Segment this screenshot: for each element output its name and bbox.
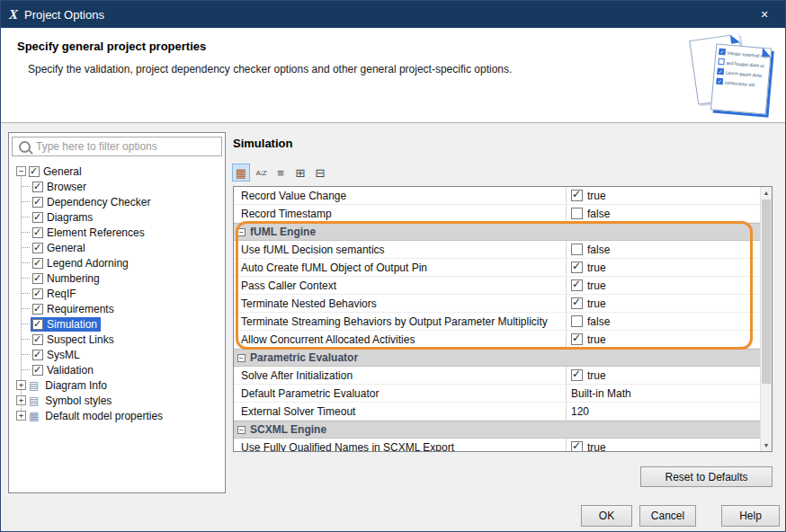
filter-search-box[interactable] — [12, 137, 222, 156]
property-value-cell[interactable]: ✓true — [567, 295, 760, 312]
tree-item-diagrams[interactable]: ✓Diagrams — [11, 209, 223, 225]
checkbox-unchecked[interactable] — [571, 315, 583, 327]
tree-item-legend-adorning[interactable]: ✓Legend Adorning — [11, 255, 223, 270]
property-value-cell[interactable]: ✓true — [567, 439, 760, 451]
help-button[interactable]: Help — [721, 505, 780, 527]
property-row-record-value-change[interactable]: Record Value Change✓true — [234, 187, 760, 205]
property-value-cell[interactable]: false — [567, 205, 760, 222]
property-row-use-fully-qualified-names-in-scxml-export[interactable]: Use Fully Qualified Names in SCXML Expor… — [234, 439, 760, 451]
property-row-external-solver-timeout[interactable]: External Solver Timeout120 — [234, 403, 760, 421]
property-row-auto-create-fuml-object-of-output-pin[interactable]: Auto Create fUML Object of Output Pin✓tr… — [234, 259, 760, 277]
scroll-up-icon[interactable]: ▲ — [761, 187, 772, 199]
tree-item-diagram-info[interactable]: +▤Diagram Info — [11, 377, 223, 393]
tree-item-element-references[interactable]: ✓Element References — [11, 225, 223, 240]
tree-item-numbering[interactable]: ✓Numbering — [11, 270, 223, 286]
property-row-default-parametric-evaluator[interactable]: Default Parametric EvaluatorBuilt-in Mat… — [234, 385, 760, 403]
tree-connector — [22, 217, 30, 217]
tree-item-default-model-properties[interactable]: +▦Default model properties — [11, 408, 223, 423]
property-value-cell[interactable]: ✓true — [567, 277, 760, 294]
expand-toggle-icon[interactable]: + — [16, 395, 26, 405]
tree-item-symbol-styles[interactable]: +▤Symbol styles — [11, 393, 223, 408]
property-value-cell[interactable]: 120 — [567, 403, 760, 420]
property-row-record-timestamp[interactable]: Record Timestampfalse — [234, 205, 760, 223]
checkbox-checked[interactable]: ✓ — [32, 197, 43, 208]
checkbox-checked[interactable]: ✓ — [32, 334, 43, 345]
tree-item-browser[interactable]: ✓Browser — [11, 179, 223, 194]
property-row-allow-concurrent-allocated-activities[interactable]: Allow Concurrent Allocated Activities✓tr… — [234, 331, 760, 349]
checkbox-checked[interactable]: ✓ — [32, 304, 43, 315]
checkbox-checked[interactable]: ✓ — [571, 279, 583, 291]
checkbox-checked[interactable]: ✓ — [32, 273, 43, 284]
tree-item-content: ✓Element References — [31, 226, 148, 240]
check-mark-icon: ✓ — [33, 349, 41, 359]
checkbox-checked[interactable]: ✓ — [571, 297, 583, 309]
checkbox-checked[interactable]: ✓ — [571, 190, 583, 201]
property-row-terminate-streaming-behaviors-by-output-parameter-multiplicity[interactable]: Terminate Streaming Behaviors by Output … — [234, 313, 760, 331]
categorized-view-icon[interactable]: ▦ — [232, 164, 250, 182]
property-value-cell[interactable]: ✓true — [567, 367, 760, 384]
show-description-icon[interactable]: ≡ — [272, 164, 290, 182]
sort-alphabetically-icon[interactable]: A↓Z — [252, 164, 270, 182]
property-value-cell[interactable]: ✓true — [567, 331, 760, 348]
checkbox-checked[interactable]: ✓ — [571, 262, 583, 273]
group-row-fuml-engine[interactable]: −fUML Engine — [234, 223, 760, 241]
ok-button[interactable]: OK — [581, 505, 632, 527]
tree-item-requirements[interactable]: ✓Requirements — [11, 301, 223, 316]
checkbox-checked[interactable]: ✓ — [571, 333, 583, 345]
selected-tree-item: ✓Simulation — [31, 317, 101, 332]
checkbox-checked[interactable]: ✓ — [32, 319, 43, 330]
page-title: Simulation — [233, 137, 292, 150]
property-value-cell[interactable]: ✓true — [567, 187, 760, 204]
scroll-down-icon[interactable]: ▼ — [761, 439, 772, 451]
property-row-pass-caller-context[interactable]: Pass Caller Context✓true — [234, 277, 760, 295]
checkbox-unchecked[interactable] — [571, 208, 583, 219]
expand-toggle-icon[interactable]: + — [16, 380, 26, 390]
search-input[interactable] — [36, 140, 221, 153]
tree-item-dependency-checker[interactable]: ✓Dependency Checker — [11, 194, 223, 209]
collapse-toggle-icon[interactable]: − — [16, 166, 26, 176]
close-icon[interactable]: ✕ — [744, 1, 785, 28]
tree-item-general[interactable]: ✓General — [11, 240, 223, 255]
collapse-toggle-icon[interactable]: − — [237, 426, 246, 434]
checkbox-checked[interactable]: ✓ — [32, 212, 43, 223]
checkbox-checked[interactable]: ✓ — [32, 243, 43, 253]
page-fold-corner — [730, 33, 740, 43]
property-row-use-fuml-decision-semantics[interactable]: Use fUML Decision semanticsfalse — [234, 241, 760, 259]
collapse-toggle-icon[interactable]: − — [237, 228, 246, 236]
property-name: Allow Concurrent Allocated Activities — [234, 331, 567, 348]
checkbox-checked[interactable]: ✓ — [29, 166, 40, 177]
checkbox-checked[interactable]: ✓ — [32, 288, 43, 299]
checkbox-checked[interactable]: ✓ — [571, 369, 583, 381]
checkbox-checked[interactable]: ✓ — [32, 227, 43, 238]
checkbox-unchecked[interactable] — [571, 244, 583, 255]
tree-item-suspect-links[interactable]: ✓Suspect Links — [11, 332, 223, 347]
reset-to-defaults-button[interactable]: Reset to Defaults — [640, 466, 773, 487]
window-titlebar[interactable]: X Project Options ✕ — [1, 1, 785, 28]
collapse-all-icon[interactable]: ⊟ — [311, 164, 329, 182]
checkbox-checked[interactable]: ✓ — [571, 441, 583, 451]
checklist-row: ✓Lorem ipsum dolor — [717, 68, 765, 79]
checkbox-checked[interactable]: ✓ — [32, 365, 43, 376]
checkbox-checked[interactable]: ✓ — [32, 258, 43, 269]
vertical-scrollbar[interactable]: ▲ ▼ — [760, 187, 772, 451]
tree-item-reqif[interactable]: ✓ReqIF — [11, 286, 223, 301]
group-row-parametric-evaluator[interactable]: −Parametric Evaluator — [234, 349, 760, 367]
property-value-cell[interactable]: Built-in Math — [567, 385, 760, 402]
expand-toggle-icon[interactable]: + — [16, 411, 26, 421]
group-row-scxml-engine[interactable]: −SCXML Engine — [234, 421, 760, 439]
property-value-cell[interactable]: false — [567, 241, 760, 258]
expand-all-icon[interactable]: ⊞ — [291, 164, 309, 182]
checkbox-checked[interactable]: ✓ — [32, 182, 43, 192]
cancel-button[interactable]: Cancel — [639, 505, 696, 527]
scrollbar-thumb[interactable] — [762, 200, 771, 384]
tree-item-general-root[interactable]: −✓General — [11, 164, 223, 179]
collapse-toggle-icon[interactable]: − — [237, 354, 246, 362]
property-value-cell[interactable]: false — [567, 313, 760, 330]
property-row-solve-after-initialization[interactable]: Solve After Initialization✓true — [234, 367, 760, 385]
property-row-terminate-nested-behaviors[interactable]: Terminate Nested Behaviors✓true — [234, 295, 760, 313]
tree-item-simulation[interactable]: ✓Simulation — [11, 316, 223, 332]
property-value-cell[interactable]: ✓true — [567, 259, 760, 276]
tree-item-validation[interactable]: ✓Validation — [11, 362, 223, 377]
checkbox-checked[interactable]: ✓ — [32, 350, 43, 360]
tree-item-sysml[interactable]: ✓SysML — [11, 347, 223, 362]
